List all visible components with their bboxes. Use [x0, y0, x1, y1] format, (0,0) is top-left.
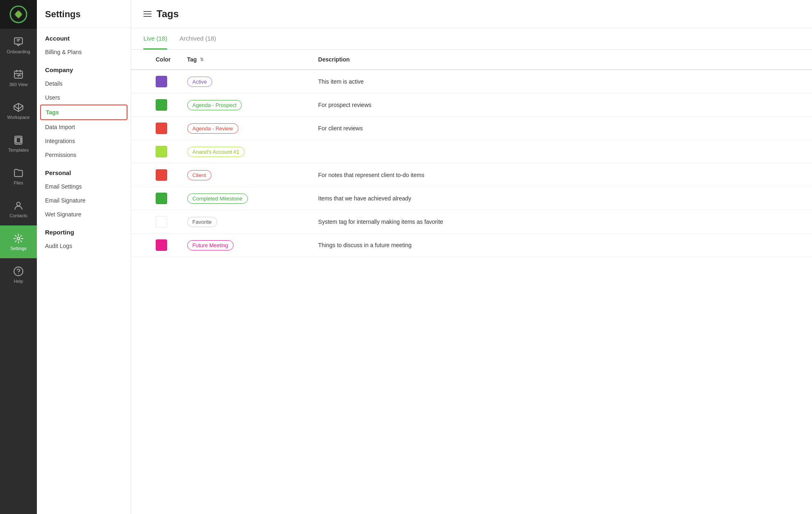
main-content: Tags Live (18) Archived (18) Color Tag ⇅… [131, 0, 812, 514]
sidebar-item-onboarding[interactable]: Onboarding [0, 29, 37, 61]
sidebar-item-help[interactable]: Help [0, 258, 37, 291]
section-reporting: Reporting [37, 221, 131, 239]
sidebar-item-settings-label: Settings [10, 246, 27, 251]
svg-rect-4 [16, 137, 21, 143]
tag-description-cell: Items that we have achieved already [310, 187, 812, 210]
svg-point-7 [14, 267, 23, 276]
tag-description-cell: System tag for internally making items a… [310, 210, 812, 234]
tag-badge[interactable]: Agenda - Review [187, 123, 238, 134]
tag-badge[interactable]: Favorite [187, 217, 217, 227]
tag-badge[interactable]: Future Meeting [187, 240, 234, 250]
color-swatch[interactable] [156, 239, 167, 251]
table-row[interactable]: Future MeetingThings to discuss in a fut… [131, 234, 812, 257]
tag-color-cell [131, 117, 179, 140]
sidebar-item-contacts-label: Contacts [9, 213, 27, 218]
sidebar-item-permissions[interactable]: Permissions [37, 148, 131, 162]
tag-label-cell: Completed Milestone [179, 187, 310, 210]
settings-sidebar: Settings Account Billing & Plans Company… [37, 0, 131, 514]
tag-label-cell: Agenda - Prospect [179, 93, 310, 117]
tag-description-cell: Things to discuss in a future meeting [310, 234, 812, 257]
tag-description-cell: For client reviews [310, 117, 812, 140]
tag-color-cell [131, 234, 179, 257]
tab-archived[interactable]: Archived (18) [179, 28, 216, 50]
tag-description-cell: For prospect reviews [310, 93, 812, 117]
section-account: Account [37, 27, 131, 45]
svg-point-5 [17, 202, 20, 206]
color-swatch[interactable] [156, 76, 167, 87]
sidebar-item-data-import[interactable]: Data Import [37, 120, 131, 134]
sidebar-item-settings[interactable]: Settings [0, 225, 37, 258]
tag-color-cell [131, 93, 179, 117]
tab-live[interactable]: Live (18) [143, 28, 167, 50]
sidebar-item-help-label: Help [14, 279, 23, 284]
col-tag[interactable]: Tag ⇅ [179, 50, 310, 70]
tags-table: Color Tag ⇅ Description ActiveThis item … [131, 50, 812, 257]
section-company: Company [37, 59, 131, 77]
color-swatch[interactable] [156, 99, 167, 111]
sidebar-item-email-signature[interactable]: Email Signature [37, 193, 131, 207]
sidebar-item-contacts[interactable]: Contacts [0, 193, 37, 225]
table-row[interactable]: Agenda - ProspectFor prospect reviews [131, 93, 812, 117]
tabs-bar: Live (18) Archived (18) [131, 28, 812, 50]
sidebar-item-onboarding-label: Onboarding [7, 49, 30, 54]
sort-icon: ⇅ [200, 57, 204, 62]
sidebar-item-audit-logs[interactable]: Audit Logs [37, 239, 131, 253]
col-color: Color [131, 50, 179, 70]
sidebar-item-wet-signature[interactable]: Wet Signature [37, 207, 131, 221]
tag-color-cell [131, 140, 179, 164]
sidebar-title: Settings [37, 0, 131, 27]
tag-badge[interactable]: Completed Milestone [187, 193, 248, 204]
table-row[interactable]: Completed MilestoneItems that we have ac… [131, 187, 812, 210]
tag-label-cell: Client [179, 164, 310, 187]
tag-color-cell [131, 210, 179, 234]
sidebar-item-360view[interactable]: 360 View [0, 61, 37, 94]
table-row[interactable]: ClientFor notes that represent client to… [131, 164, 812, 187]
sidebar-item-tags[interactable]: Tags [40, 105, 127, 120]
table-row[interactable]: Anand's Account #1 [131, 140, 812, 164]
tags-table-wrap: Color Tag ⇅ Description ActiveThis item … [131, 50, 812, 514]
icon-nav: Onboarding 360 View Workspace Templates … [0, 0, 37, 514]
tag-badge[interactable]: Agenda - Prospect [187, 100, 242, 110]
color-swatch[interactable] [156, 123, 167, 134]
tag-label-cell: Anand's Account #1 [179, 140, 310, 164]
tag-description-cell [310, 140, 812, 164]
tag-description-cell: For notes that represent client to-do it… [310, 164, 812, 187]
sidebar-item-integrations[interactable]: Integrations [37, 134, 131, 148]
table-row[interactable]: FavoriteSystem tag for internally making… [131, 210, 812, 234]
tag-color-cell [131, 70, 179, 93]
tag-description-cell: This item is active [310, 70, 812, 93]
tag-label-cell: Future Meeting [179, 234, 310, 257]
sidebar-item-files[interactable]: Files [0, 160, 37, 193]
color-swatch[interactable] [156, 146, 167, 157]
main-header: Tags [131, 0, 812, 28]
sidebar-item-templates-label: Templates [8, 148, 29, 152]
sidebar-item-files-label: Files [14, 180, 23, 185]
app-logo[interactable] [0, 0, 37, 29]
tag-color-cell [131, 164, 179, 187]
tag-color-cell [131, 187, 179, 210]
sidebar-item-users[interactable]: Users [37, 91, 131, 105]
color-swatch[interactable] [156, 216, 167, 227]
sidebar-item-360view-label: 360 View [9, 82, 27, 87]
tag-label-cell: Favorite [179, 210, 310, 234]
section-personal: Personal [37, 162, 131, 180]
color-swatch[interactable] [156, 193, 167, 204]
sidebar-item-billing[interactable]: Billing & Plans [37, 45, 131, 59]
col-description: Description [310, 50, 812, 70]
sidebar-item-email-settings[interactable]: Email Settings [37, 180, 131, 193]
table-row[interactable]: Agenda - ReviewFor client reviews [131, 117, 812, 140]
hamburger-icon[interactable] [143, 11, 152, 17]
svg-point-6 [17, 237, 20, 240]
sidebar-item-templates[interactable]: Templates [0, 127, 37, 160]
sidebar-item-details[interactable]: Details [37, 77, 131, 91]
tag-badge[interactable]: Client [187, 170, 211, 180]
tag-badge[interactable]: Active [187, 77, 212, 87]
tag-badge[interactable]: Anand's Account #1 [187, 147, 245, 157]
sidebar-item-workspace-label: Workspace [7, 115, 30, 120]
table-row[interactable]: ActiveThis item is active [131, 70, 812, 93]
tag-label-cell: Agenda - Review [179, 117, 310, 140]
color-swatch[interactable] [156, 169, 167, 181]
sidebar-item-workspace[interactable]: Workspace [0, 94, 37, 127]
svg-rect-2 [14, 71, 23, 78]
tag-label-cell: Active [179, 70, 310, 93]
